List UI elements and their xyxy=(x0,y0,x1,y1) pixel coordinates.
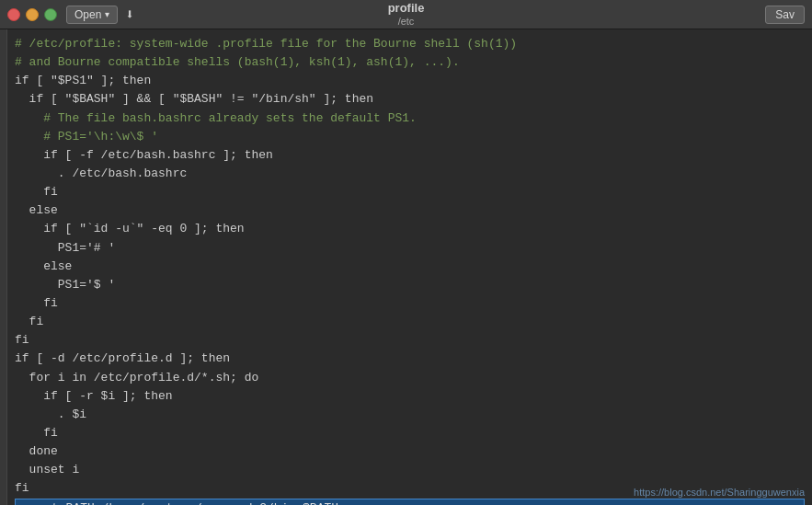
watermark: https://blog.csdn.net/Sharingguwenxia xyxy=(634,487,805,498)
code-line: done xyxy=(15,442,805,461)
line-gutter xyxy=(0,29,7,505)
maximize-button[interactable] xyxy=(44,8,57,21)
code-line: if [ "`id -u`" -eq 0 ]; then xyxy=(15,220,805,238)
window-subtitle: /etc xyxy=(388,16,425,28)
code-line: # /etc/profile: system-wide .profile fil… xyxy=(15,35,805,53)
code-line: fi xyxy=(15,294,805,313)
code-line: fi xyxy=(15,313,805,331)
code-line: if [ -f /etc/bash.bashrc ]; then xyxy=(15,146,805,165)
code-line: . $i xyxy=(15,406,805,424)
code-line: # and Bourne compatible shells (bash(1),… xyxy=(15,53,805,72)
code-line: unset i xyxy=(15,461,805,479)
window-title-area: profile /etc xyxy=(388,1,425,28)
titlebar: Open ▾ ⬇ profile /etc Sav xyxy=(0,0,812,29)
code-line: # PS1='\h:\w\$ ' xyxy=(15,128,805,146)
code-line: fi xyxy=(15,183,805,201)
window-controls[interactable] xyxy=(7,8,57,21)
code-line: fi xyxy=(15,331,805,350)
code-line: fi xyxy=(15,424,805,442)
code-line: else xyxy=(15,201,805,220)
code-line: export PATH=/home/rootgwx/anaconda3/bin:… xyxy=(15,499,805,505)
open-button[interactable]: Open ▾ xyxy=(66,6,118,24)
close-button[interactable] xyxy=(7,8,20,21)
code-line: if [ "$BASH" ] && [ "$BASH" != "/bin/sh"… xyxy=(15,90,805,109)
save-button[interactable]: Sav xyxy=(765,6,805,24)
code-line: PS1='# ' xyxy=(15,239,805,258)
code-line: # The file bash.bashrc already sets the … xyxy=(15,109,805,128)
code-line: if [ -d /etc/profile.d ]; then xyxy=(15,350,805,368)
code-line: if [ "$PS1" ]; then xyxy=(15,72,805,90)
code-line: . /etc/bash.bashrc xyxy=(15,165,805,183)
minimize-button[interactable] xyxy=(26,8,39,21)
window-title: profile xyxy=(388,1,425,16)
code-line: for i in /etc/profile.d/*.sh; do xyxy=(15,369,805,387)
open-label: Open xyxy=(74,8,101,21)
titlebar-right: Sav xyxy=(765,6,805,24)
save-icon[interactable]: ⬇ xyxy=(125,6,134,24)
code-editor[interactable]: # /etc/profile: system-wide .profile fil… xyxy=(7,29,812,505)
open-arrow-icon: ▾ xyxy=(105,9,109,19)
code-line: else xyxy=(15,258,805,276)
editor-container: # /etc/profile: system-wide .profile fil… xyxy=(0,29,812,505)
code-line: PS1='$ ' xyxy=(15,276,805,294)
code-line: if [ -r $i ]; then xyxy=(15,387,805,406)
